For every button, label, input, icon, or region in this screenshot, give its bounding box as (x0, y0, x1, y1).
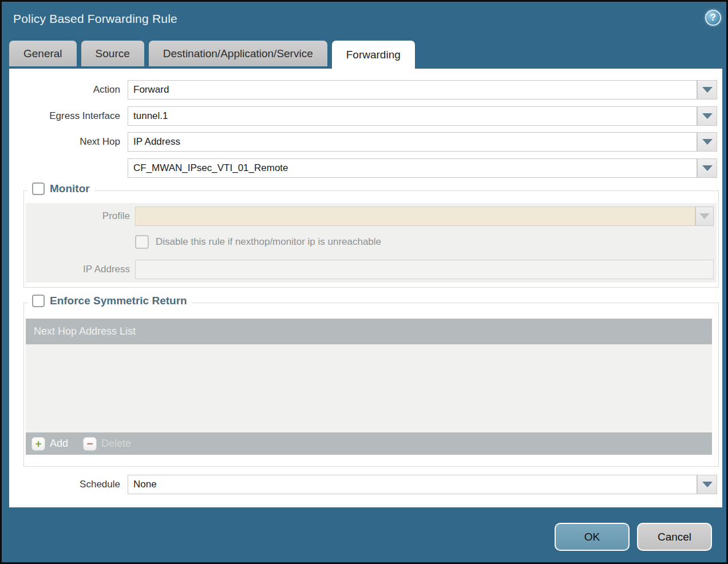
next-hop-address-dropdown-button[interactable] (697, 158, 717, 178)
chevron-down-icon (699, 213, 710, 219)
monitor-checkbox[interactable] (32, 182, 45, 195)
action-label: Action (9, 80, 120, 100)
cancel-button[interactable]: Cancel (637, 523, 712, 551)
action-dropdown-button[interactable] (697, 80, 717, 100)
chevron-down-icon (702, 113, 713, 119)
monitor-legend: Monitor (27, 182, 94, 195)
monitor-ip-address-input (135, 260, 714, 279)
pbf-rule-dialog: Policy Based Forwarding Rule ? General S… (0, 0, 728, 564)
dialog-title: Policy Based Forwarding Rule (13, 12, 177, 26)
disable-rule-checkbox (135, 235, 149, 249)
monitor-legend-label: Monitor (50, 182, 90, 195)
delete-button-label: Delete (101, 438, 131, 450)
next-hop-label: Next Hop (9, 132, 120, 152)
symmetric-return-checkbox[interactable] (32, 295, 45, 307)
symmetric-return-legend-label: Enforce Symmetric Return (50, 295, 187, 307)
schedule-label: Schedule (9, 475, 120, 494)
monitor-fieldset: Monitor Profile Disable this rule if nex… (23, 190, 719, 288)
tab-destination-application-service[interactable]: Destination/Application/Service (149, 41, 327, 66)
table-body[interactable] (26, 344, 712, 432)
next-hop-address-select[interactable]: CF_MWAN_IPsec_VTI_01_Remote (128, 158, 697, 178)
symmetric-return-fieldset: Enforce Symmetric Return Next Hop Addres… (23, 303, 719, 467)
chevron-down-icon (702, 139, 713, 145)
next-hop-address-list-table: Next Hop Address List + Add − Delete (26, 319, 712, 455)
profile-label: Profile (24, 206, 130, 226)
next-hop-type-select[interactable]: IP Address (128, 132, 697, 152)
disable-rule-label: Disable this rule if nexthop/monitor ip … (156, 232, 381, 252)
symmetric-return-legend: Enforce Symmetric Return (27, 295, 192, 307)
add-button[interactable]: + Add (31, 437, 68, 451)
tab-forwarding[interactable]: Forwarding (332, 41, 415, 69)
table-header-row: Next Hop Address List (26, 319, 712, 344)
add-button-label: Add (50, 438, 68, 450)
tab-source[interactable]: Source (81, 41, 144, 66)
schedule-select[interactable]: None (128, 475, 697, 494)
action-select[interactable]: Forward (128, 80, 697, 100)
chevron-down-icon (702, 165, 713, 171)
plus-icon: + (31, 437, 45, 451)
ok-button[interactable]: OK (555, 523, 630, 551)
tab-general[interactable]: General (9, 41, 77, 66)
egress-interface-dropdown-button[interactable] (697, 106, 717, 126)
profile-dropdown-button (695, 206, 714, 226)
delete-button: − Delete (83, 437, 131, 451)
monitor-ip-address-label: IP Address (24, 260, 130, 279)
chevron-down-icon (702, 482, 713, 487)
minus-icon: − (83, 437, 97, 451)
schedule-dropdown-button[interactable] (697, 475, 717, 494)
next-hop-type-dropdown-button[interactable] (697, 132, 717, 152)
forwarding-tab-panel: Action Forward Egress Interface tunnel.1… (9, 69, 722, 507)
help-icon[interactable]: ? (705, 10, 721, 26)
table-toolbar: + Add − Delete (26, 432, 712, 455)
egress-interface-select[interactable]: tunnel.1 (128, 106, 697, 126)
profile-select (135, 206, 695, 226)
table-header-next-hop-address-list: Next Hop Address List (34, 325, 136, 337)
tab-bar: General Source Destination/Application/S… (9, 41, 415, 69)
egress-interface-label: Egress Interface (9, 106, 120, 126)
chevron-down-icon (702, 87, 713, 93)
